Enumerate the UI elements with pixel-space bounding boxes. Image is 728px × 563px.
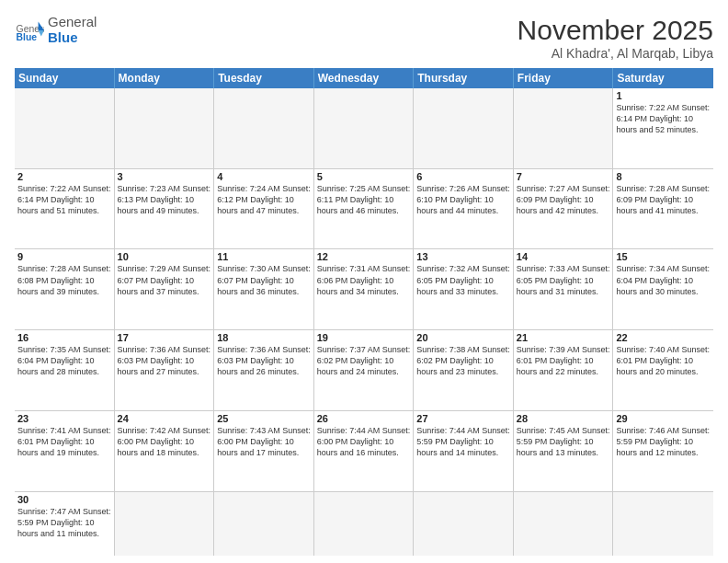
location-text: Al Khadra', Al Marqab, Libya — [518, 46, 713, 61]
calendar-cell: 11Sunrise: 7:30 AM Sunset: 6:07 PM Dayli… — [214, 249, 314, 329]
day-number: 30 — [17, 494, 111, 505]
day-info: Sunrise: 7:22 AM Sunset: 6:14 PM Dayligh… — [616, 102, 711, 135]
header-tuesday: Tuesday — [214, 68, 314, 88]
calendar-cell: 15Sunrise: 7:34 AM Sunset: 6:04 PM Dayli… — [613, 249, 713, 329]
day-number: 2 — [17, 171, 111, 182]
day-number: 29 — [616, 413, 711, 424]
day-info: Sunrise: 7:41 AM Sunset: 6:01 PM Dayligh… — [17, 425, 111, 458]
calendar-cell: 14Sunrise: 7:33 AM Sunset: 6:05 PM Dayli… — [514, 249, 614, 329]
calendar-body: 1Sunrise: 7:22 AM Sunset: 6:14 PM Daylig… — [15, 88, 713, 556]
calendar-cell — [514, 492, 614, 556]
day-number: 8 — [616, 171, 711, 182]
calendar-cell: 30Sunrise: 7:47 AM Sunset: 5:59 PM Dayli… — [15, 492, 115, 556]
day-info: Sunrise: 7:44 AM Sunset: 5:59 PM Dayligh… — [416, 425, 510, 458]
day-info: Sunrise: 7:23 AM Sunset: 6:13 PM Dayligh… — [118, 183, 211, 216]
day-info: Sunrise: 7:38 AM Sunset: 6:02 PM Dayligh… — [416, 344, 510, 377]
day-number: 5 — [317, 171, 411, 182]
day-info: Sunrise: 7:43 AM Sunset: 6:00 PM Dayligh… — [217, 425, 311, 458]
calendar-cell — [414, 492, 514, 556]
calendar-header: Sunday Monday Tuesday Wednesday Thursday… — [15, 68, 713, 88]
calendar-week-5: 30Sunrise: 7:47 AM Sunset: 5:59 PM Dayli… — [15, 492, 713, 556]
title-block: November 2025 Al Khadra', Al Marqab, Lib… — [518, 15, 713, 61]
day-number: 17 — [118, 332, 211, 343]
calendar-cell: 16Sunrise: 7:35 AM Sunset: 6:04 PM Dayli… — [15, 330, 115, 410]
day-number: 25 — [217, 413, 311, 424]
day-info: Sunrise: 7:22 AM Sunset: 6:14 PM Dayligh… — [17, 183, 111, 216]
calendar-cell: 18Sunrise: 7:36 AM Sunset: 6:03 PM Dayli… — [214, 330, 314, 410]
day-number: 27 — [416, 413, 510, 424]
calendar-cell: 25Sunrise: 7:43 AM Sunset: 6:00 PM Dayli… — [214, 411, 314, 491]
day-number: 20 — [416, 332, 510, 343]
day-info: Sunrise: 7:42 AM Sunset: 6:00 PM Dayligh… — [118, 425, 211, 458]
day-info: Sunrise: 7:24 AM Sunset: 6:12 PM Dayligh… — [217, 183, 311, 216]
logo-blue-text: Blue — [48, 30, 97, 46]
day-number: 26 — [317, 413, 411, 424]
calendar-cell: 6Sunrise: 7:26 AM Sunset: 6:10 PM Daylig… — [414, 169, 514, 249]
calendar-cell — [613, 492, 713, 556]
day-info: Sunrise: 7:36 AM Sunset: 6:03 PM Dayligh… — [118, 344, 211, 377]
day-number: 11 — [217, 251, 311, 262]
header-sunday: Sunday — [15, 68, 115, 88]
day-number: 9 — [17, 251, 111, 262]
day-info: Sunrise: 7:39 AM Sunset: 6:01 PM Dayligh… — [517, 344, 610, 377]
day-number: 22 — [616, 332, 711, 343]
day-info: Sunrise: 7:36 AM Sunset: 6:03 PM Dayligh… — [217, 344, 311, 377]
day-number: 13 — [416, 251, 510, 262]
header-friday: Friday — [514, 68, 614, 88]
logo-icon: General Blue — [15, 16, 44, 45]
day-number: 16 — [17, 332, 111, 343]
calendar: Sunday Monday Tuesday Wednesday Thursday… — [15, 68, 713, 556]
day-info: Sunrise: 7:40 AM Sunset: 6:01 PM Dayligh… — [616, 344, 711, 377]
calendar-cell: 12Sunrise: 7:31 AM Sunset: 6:06 PM Dayli… — [314, 249, 415, 329]
day-number: 12 — [317, 251, 411, 262]
calendar-cell — [115, 492, 215, 556]
day-info: Sunrise: 7:33 AM Sunset: 6:05 PM Dayligh… — [517, 263, 610, 296]
day-number: 23 — [17, 413, 111, 424]
calendar-cell — [115, 88, 215, 168]
day-info: Sunrise: 7:31 AM Sunset: 6:06 PM Dayligh… — [317, 263, 411, 296]
month-title: November 2025 — [518, 15, 713, 46]
header-thursday: Thursday — [414, 68, 514, 88]
day-info: Sunrise: 7:25 AM Sunset: 6:11 PM Dayligh… — [317, 183, 411, 216]
day-info: Sunrise: 7:35 AM Sunset: 6:04 PM Dayligh… — [17, 344, 111, 377]
calendar-week-0: 1Sunrise: 7:22 AM Sunset: 6:14 PM Daylig… — [15, 88, 713, 169]
calendar-cell: 8Sunrise: 7:28 AM Sunset: 6:09 PM Daylig… — [613, 169, 713, 249]
calendar-cell: 10Sunrise: 7:29 AM Sunset: 6:07 PM Dayli… — [115, 249, 215, 329]
calendar-cell: 13Sunrise: 7:32 AM Sunset: 6:05 PM Dayli… — [414, 249, 514, 329]
day-number: 19 — [317, 332, 411, 343]
calendar-week-1: 2Sunrise: 7:22 AM Sunset: 6:14 PM Daylig… — [15, 169, 713, 250]
calendar-cell: 22Sunrise: 7:40 AM Sunset: 6:01 PM Dayli… — [613, 330, 713, 410]
calendar-week-2: 9Sunrise: 7:28 AM Sunset: 6:08 PM Daylig… — [15, 249, 713, 330]
calendar-cell — [314, 492, 415, 556]
day-number: 1 — [616, 90, 711, 101]
day-number: 14 — [517, 251, 610, 262]
calendar-cell: 28Sunrise: 7:45 AM Sunset: 5:59 PM Dayli… — [514, 411, 614, 491]
calendar-cell: 9Sunrise: 7:28 AM Sunset: 6:08 PM Daylig… — [15, 249, 115, 329]
calendar-cell — [314, 88, 415, 168]
day-info: Sunrise: 7:29 AM Sunset: 6:07 PM Dayligh… — [118, 263, 211, 296]
day-info: Sunrise: 7:32 AM Sunset: 6:05 PM Dayligh… — [416, 263, 510, 296]
page-header: General Blue General Blue November 2025 … — [15, 15, 713, 61]
header-wednesday: Wednesday — [314, 68, 415, 88]
day-info: Sunrise: 7:28 AM Sunset: 6:09 PM Dayligh… — [616, 183, 711, 216]
header-saturday: Saturday — [613, 68, 713, 88]
day-info: Sunrise: 7:47 AM Sunset: 5:59 PM Dayligh… — [17, 506, 111, 539]
calendar-week-4: 23Sunrise: 7:41 AM Sunset: 6:01 PM Dayli… — [15, 411, 713, 492]
day-info: Sunrise: 7:34 AM Sunset: 6:04 PM Dayligh… — [616, 263, 711, 296]
day-info: Sunrise: 7:37 AM Sunset: 6:02 PM Dayligh… — [317, 344, 411, 377]
day-number: 21 — [517, 332, 610, 343]
logo-general-text: General — [48, 15, 97, 30]
day-number: 4 — [217, 171, 311, 182]
calendar-cell — [214, 492, 314, 556]
calendar-cell: 20Sunrise: 7:38 AM Sunset: 6:02 PM Dayli… — [414, 330, 514, 410]
calendar-week-3: 16Sunrise: 7:35 AM Sunset: 6:04 PM Dayli… — [15, 330, 713, 411]
day-number: 28 — [517, 413, 610, 424]
calendar-cell: 19Sunrise: 7:37 AM Sunset: 6:02 PM Dayli… — [314, 330, 415, 410]
day-info: Sunrise: 7:46 AM Sunset: 5:59 PM Dayligh… — [616, 425, 711, 458]
day-number: 6 — [416, 171, 510, 182]
day-info: Sunrise: 7:44 AM Sunset: 6:00 PM Dayligh… — [317, 425, 411, 458]
calendar-cell: 1Sunrise: 7:22 AM Sunset: 6:14 PM Daylig… — [613, 88, 713, 168]
calendar-cell: 21Sunrise: 7:39 AM Sunset: 6:01 PM Dayli… — [514, 330, 614, 410]
calendar-cell — [15, 88, 115, 168]
calendar-cell: 27Sunrise: 7:44 AM Sunset: 5:59 PM Dayli… — [414, 411, 514, 491]
